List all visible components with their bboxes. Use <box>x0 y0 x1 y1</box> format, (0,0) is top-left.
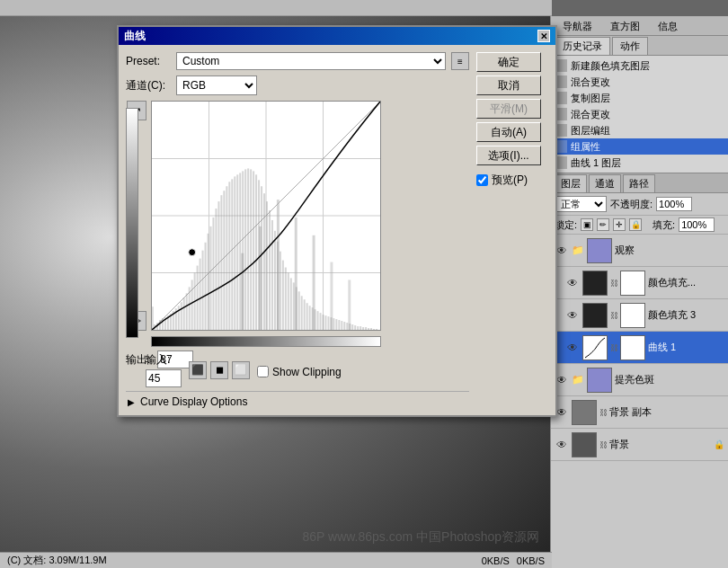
lock-transparent-btn[interactable]: ▣ <box>581 218 593 231</box>
curves-close-button[interactable]: ✕ <box>537 30 550 42</box>
preset-options-btn[interactable]: ≡ <box>451 52 469 70</box>
history-item-3[interactable]: 混合更改 <box>551 106 728 122</box>
input-label: 输入: <box>146 352 182 368</box>
history-item-label-1: 混合更改 <box>571 75 610 89</box>
preview-checkbox[interactable] <box>476 174 488 186</box>
layer-name-2: 颜色填充 3 <box>648 308 724 322</box>
layer-row-5[interactable]: 👁⛓背景 副本 <box>551 396 728 429</box>
layer-link-5: ⛓ <box>599 400 607 425</box>
layer-folder-icon-4: 📁 <box>572 374 584 386</box>
history-item-label-3: 混合更改 <box>571 108 610 121</box>
doc-status: (C) 文档: 3.09M/11.9M <box>7 554 107 567</box>
show-clipping-checkbox[interactable] <box>257 366 269 377</box>
history-item-label-5: 组属性 <box>571 140 600 154</box>
tab-paths[interactable]: 路径 <box>623 174 655 192</box>
history-tabs: 历史记录 动作 <box>551 36 728 56</box>
layer-row-0[interactable]: 👁📁观察 <box>551 235 728 267</box>
preset-row: Preset: Custom ≡ <box>126 52 469 70</box>
layer-mask-2 <box>620 303 645 328</box>
layer-thumb-6 <box>572 432 597 457</box>
blend-mode-select[interactable]: 正常 <box>555 196 607 212</box>
lock-pixels-btn[interactable]: ✏ <box>597 218 609 231</box>
tab-histogram[interactable]: 直方图 <box>602 17 648 36</box>
curves-titlebar: 曲线 ✕ <box>119 27 555 45</box>
expand-arrow-icon[interactable]: ▶ <box>126 396 137 407</box>
gray-point-sampler[interactable]: ◼ <box>210 361 228 379</box>
history-item-label-6: 曲线 1 图层 <box>571 156 621 170</box>
show-clipping-label: Show Clipping <box>272 366 342 378</box>
sampler-row: ⬛ ◼ ⬜ <box>189 361 250 379</box>
layer-mask-1 <box>620 271 645 296</box>
ruler-top <box>0 0 552 16</box>
layer-folder-icon-0: 📁 <box>572 244 584 257</box>
history-item-5[interactable]: 组属性 <box>551 138 728 155</box>
input-value[interactable] <box>146 369 182 387</box>
layer-eye-3[interactable]: 👁 <box>565 341 580 355</box>
auto-button[interactable]: 自动(A) <box>476 122 541 142</box>
smooth-button[interactable]: 平滑(M) <box>476 99 541 119</box>
options-button[interactable]: 选项(I)... <box>476 146 541 165</box>
curves-left: Preset: Custom ≡ 通道(C): RGB ↗ ✏ <box>126 52 469 408</box>
layer-mask-3 <box>620 335 645 360</box>
right-top-tabs: 导航器 直方图 信息 <box>551 16 728 36</box>
tab-navigator[interactable]: 导航器 <box>555 17 600 36</box>
layers-lock-row: 锁定: ▣ ✏ ✛ 🔒 填充: <box>551 216 728 235</box>
layer-row-4[interactable]: 👁📁提亮色斑 <box>551 364 728 396</box>
layer-link-6: ⛓ <box>599 432 607 457</box>
layer-name-1: 颜色填充... <box>648 276 724 289</box>
history-item-2[interactable]: 复制图层 <box>551 90 728 106</box>
history-item-1[interactable]: 混合更改 <box>551 74 728 90</box>
history-items: 新建颜色填充图层混合更改复制图层混合更改图层编组组属性曲线 1 图层 <box>551 56 728 173</box>
history-item-label-4: 图层编组 <box>571 124 610 138</box>
cancel-button[interactable]: 取消 <box>476 75 541 95</box>
curves-dialog: 曲线 ✕ Preset: Custom ≡ 通道(C): RGB <box>117 25 557 417</box>
layer-link-3: ⛓ <box>610 335 617 360</box>
channel-select[interactable]: RGB <box>176 75 257 95</box>
tab-layers[interactable]: 图层 <box>555 174 587 192</box>
history-item-0[interactable]: 新建颜色填充图层 <box>551 58 728 74</box>
history-item-4[interactable]: 图层编组 <box>551 122 728 138</box>
layer-row-3[interactable]: 👁⛓曲线 1 <box>551 332 728 364</box>
layer-thumb-3 <box>582 335 608 360</box>
tab-channels[interactable]: 通道 <box>589 174 621 192</box>
curves-body: Preset: Custom ≡ 通道(C): RGB ↗ ✏ <box>119 45 555 415</box>
opacity-input[interactable] <box>656 197 692 211</box>
fill-input[interactable] <box>679 217 715 232</box>
lock-position-btn[interactable]: ✛ <box>613 218 626 231</box>
preset-select[interactable]: Custom <box>176 52 446 70</box>
history-panel: 历史记录 动作 新建颜色填充图层混合更改复制图层混合更改图层编组组属性曲线 1 … <box>551 36 728 173</box>
layer-name-3: 曲线 1 <box>648 341 724 354</box>
lock-all-btn[interactable]: 🔒 <box>629 218 642 231</box>
show-clipping-row: Show Clipping <box>257 366 342 378</box>
layer-row-2[interactable]: 👁⛓颜色填充 3 <box>551 299 728 332</box>
watermark: 86P www.86ps.com 中国Photoshop资源网 <box>302 529 539 546</box>
preview-row: 预览(P) <box>476 173 548 188</box>
tab-actions[interactable]: 动作 <box>612 37 648 55</box>
gradient-bar-v <box>126 108 138 338</box>
history-item-label-0: 新建颜色填充图层 <box>571 59 650 73</box>
layers-tabs: 图层 通道 路径 <box>551 173 728 193</box>
layer-row-1[interactable]: 👁⛓颜色填充... <box>551 267 728 299</box>
curve-display-options-label: Curve Display Options <box>140 395 247 408</box>
layers-toolbar: 正常 不透明度: <box>551 193 728 216</box>
curves-right-buttons: 确定 取消 平滑(M) 自动(A) 选项(I)... 预览(P) <box>476 52 548 408</box>
curve-display-options: ▶ Curve Display Options <box>126 391 469 408</box>
layer-name-4: 提亮色斑 <box>615 373 724 386</box>
layer-row-6[interactable]: 👁⛓背景🔒 <box>551 429 728 461</box>
tab-info[interactable]: 信息 <box>650 17 686 36</box>
history-item-6[interactable]: 曲线 1 图层 <box>551 155 728 171</box>
ok-button[interactable]: 确定 <box>476 52 541 72</box>
layer-eye-2[interactable]: 👁 <box>565 308 580 323</box>
black-point-sampler[interactable]: ⬛ <box>189 361 207 379</box>
mid-status: 0KB/S <box>482 555 510 566</box>
white-point-sampler[interactable]: ⬜ <box>232 361 250 379</box>
layer-thumb-4 <box>587 368 612 393</box>
history-item-label-2: 复制图层 <box>571 92 610 105</box>
layer-name-6: 背景 <box>609 438 711 451</box>
layer-eye-1[interactable]: 👁 <box>565 276 580 290</box>
lock-label: 锁定: <box>555 218 577 232</box>
tab-history[interactable]: 历史记录 <box>555 37 610 55</box>
layer-name-5: 背景 副本 <box>609 405 724 419</box>
layer-eye-6[interactable]: 👁 <box>555 438 569 452</box>
layer-link-1: ⛓ <box>610 271 617 296</box>
